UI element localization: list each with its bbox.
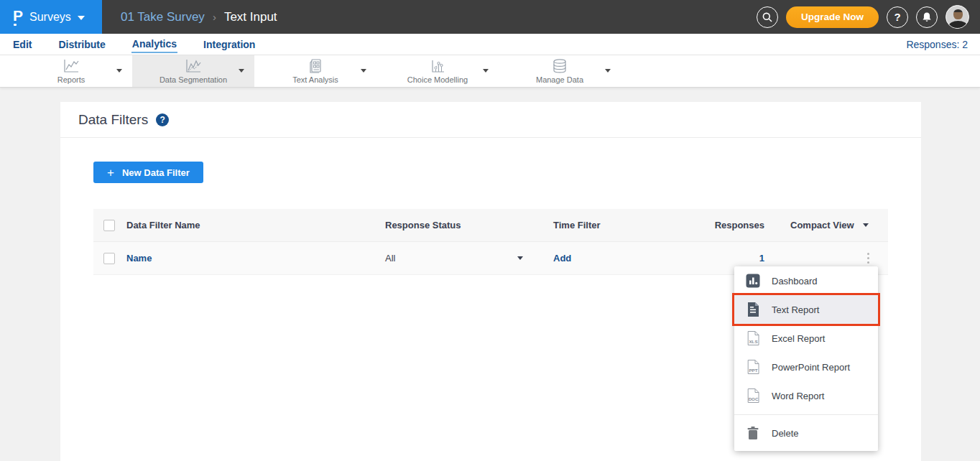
select-all-checkbox[interactable] xyxy=(103,220,115,231)
row-checkbox-cell xyxy=(93,253,126,264)
view-mode-label: Compact View xyxy=(790,220,854,230)
menu-item-dashboard[interactable]: Dashboard xyxy=(734,266,878,295)
menu-item-text-report[interactable]: Text Report xyxy=(734,295,878,324)
toolbar-item-label: Text Analysis xyxy=(292,75,338,84)
view-mode-dropdown[interactable]: Compact View xyxy=(776,220,888,230)
toolbar-item-text-analysis[interactable]: Text Analysis xyxy=(254,55,376,87)
header-checkbox-cell xyxy=(93,220,126,231)
menu-item-label: PowerPoint Report xyxy=(772,362,850,373)
menu-item-word-report[interactable]: DOC Word Report xyxy=(734,381,878,410)
toolbar-item-label: Data Segmentation xyxy=(160,75,227,84)
toolbar-item-label: Reports xyxy=(57,75,85,84)
bell-icon xyxy=(921,11,933,23)
page-content: Data Filters ? + New Data Filter Data Fi… xyxy=(0,88,980,461)
breadcrumb-separator: › xyxy=(213,11,216,23)
line-chart-icon xyxy=(184,58,203,74)
search-button[interactable] xyxy=(757,6,778,28)
doc-label: DOC xyxy=(748,396,758,401)
chevron-down-icon xyxy=(483,69,489,73)
app-switcher[interactable]: P Surveys xyxy=(0,0,102,34)
add-time-filter-link[interactable]: Add xyxy=(553,253,571,264)
trash-icon xyxy=(745,426,761,440)
brand-logo-icon: P xyxy=(13,8,23,26)
responses-count[interactable]: Responses: 2 xyxy=(906,39,968,50)
page-title: Data Filters xyxy=(78,112,148,128)
header-status-label: Response Status xyxy=(385,220,461,230)
text-grid-icon xyxy=(306,58,325,74)
chevron-down-icon xyxy=(863,223,869,227)
chevron-down-icon xyxy=(239,69,244,73)
tab-integration[interactable]: Integration xyxy=(203,37,256,52)
user-avatar[interactable] xyxy=(946,5,969,29)
new-data-filter-button[interactable]: + New Data Filter xyxy=(93,162,203,183)
data-filters-table: Data Filter Name Response Status Time Fi… xyxy=(93,209,888,275)
card-header: Data Filters ? xyxy=(60,102,921,138)
help-button[interactable]: ? xyxy=(887,6,908,28)
chevron-down-icon xyxy=(361,69,366,73)
response-status-dropdown[interactable]: All xyxy=(385,253,553,264)
survey-nav-tabs: Edit Distribute Analytics Integration Re… xyxy=(0,34,980,55)
responses-count-link[interactable]: 1 xyxy=(759,253,764,264)
filter-name-link[interactable]: Name xyxy=(126,253,152,264)
row-actions-cell xyxy=(776,250,888,267)
breadcrumb: 01 Take Survey › Text Input xyxy=(121,10,277,24)
analytics-toolbar: Reports Data Segmentation Text Analysis xyxy=(0,55,980,88)
menu-item-powerpoint-report[interactable]: PPT PowerPoint Report xyxy=(734,353,878,381)
upgrade-now-button[interactable]: Upgrade Now xyxy=(786,6,879,28)
toolbar-item-label: Choice Modelling xyxy=(407,75,468,84)
new-data-filter-label: New Data Filter xyxy=(122,167,190,178)
menu-item-label: Word Report xyxy=(772,391,824,401)
menu-item-label: Excel Report xyxy=(772,333,825,344)
header-time: Time Filter xyxy=(553,220,697,230)
menu-item-label: Dashboard xyxy=(772,276,818,287)
doc-file-icon: DOC xyxy=(745,388,761,403)
header-responses: Responses xyxy=(697,220,776,230)
menu-item-delete[interactable]: Delete xyxy=(734,415,878,451)
header-actions: Upgrade Now ? xyxy=(757,5,980,29)
tab-distribute[interactable]: Distribute xyxy=(57,37,106,52)
dashboard-icon xyxy=(745,274,761,288)
toolbar-item-choice-modelling[interactable]: Choice Modelling xyxy=(376,55,499,87)
xls-label: XLS xyxy=(749,339,757,344)
filter-name-cell: Name xyxy=(126,253,385,264)
table-header-row: Data Filter Name Response Status Time Fi… xyxy=(93,209,888,242)
top-header: P Surveys 01 Take Survey › Text Input Up… xyxy=(0,0,980,34)
chevron-down-icon xyxy=(116,69,122,73)
text-report-icon xyxy=(745,302,761,317)
search-icon xyxy=(762,11,773,23)
tab-edit[interactable]: Edit xyxy=(12,37,32,52)
menu-item-label: Delete xyxy=(772,428,799,439)
app-name: Surveys xyxy=(29,11,71,24)
line-chart-icon xyxy=(62,58,80,74)
toolbar-item-data-segmentation[interactable]: Data Segmentation xyxy=(132,55,254,87)
help-badge-icon[interactable]: ? xyxy=(156,113,169,126)
toolbar-item-reports[interactable]: Reports xyxy=(10,55,132,87)
kebab-menu-icon[interactable] xyxy=(864,250,873,267)
xls-file-icon: XLS xyxy=(745,331,761,345)
chevron-down-icon xyxy=(517,256,523,260)
ppt-file-icon: PPT xyxy=(745,360,761,374)
chevron-down-icon xyxy=(78,16,85,20)
menu-item-excel-report[interactable]: XLS Excel Report xyxy=(734,324,878,353)
time-filter-cell: Add xyxy=(553,253,697,264)
row-checkbox[interactable] xyxy=(103,253,115,264)
ppt-label: PPT xyxy=(749,368,757,373)
plus-icon: + xyxy=(107,167,114,179)
scatter-chart-icon xyxy=(428,58,447,74)
tab-analytics[interactable]: Analytics xyxy=(131,36,177,53)
chevron-down-icon xyxy=(605,69,611,73)
header-name: Data Filter Name xyxy=(126,220,385,230)
header-status: Response Status xyxy=(385,220,553,230)
menu-item-label: Text Report xyxy=(772,304,819,315)
toolbar-item-label: Manage Data xyxy=(536,75,583,84)
response-status-value: All xyxy=(385,253,395,264)
database-icon xyxy=(550,58,569,74)
question-mark-icon: ? xyxy=(894,11,900,23)
notifications-button[interactable] xyxy=(916,6,938,28)
toolbar-item-manage-data[interactable]: Manage Data xyxy=(499,55,621,87)
responses-cell: 1 xyxy=(697,253,776,264)
breadcrumb-survey-link[interactable]: 01 Take Survey xyxy=(121,10,205,24)
breadcrumb-current-page: Text Input xyxy=(224,10,277,24)
row-actions-menu: Dashboard Text Report XLS xyxy=(734,266,878,451)
